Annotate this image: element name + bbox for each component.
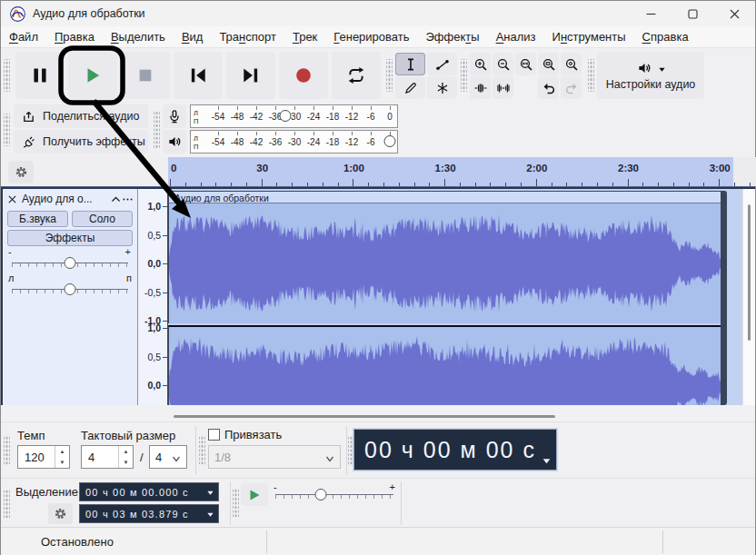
multi-tool-button[interactable] <box>427 76 457 99</box>
caret-down-icon[interactable] <box>206 488 214 496</box>
track-control-panel[interactable]: Аудио для о... Б.звука Соло Эффекты - + … <box>1 189 138 405</box>
pause-button[interactable] <box>15 52 65 99</box>
audio-clip[interactable]: Аудио для обработки <box>168 191 731 405</box>
selection-end-value[interactable]: 00 ч 03 м 03.879 с <box>85 509 189 520</box>
envelope-tool-button[interactable] <box>427 53 457 75</box>
zoom-project-button[interactable] <box>538 53 559 75</box>
menu-item-effect[interactable]: Эффекты <box>418 28 488 45</box>
grip-handle[interactable] <box>4 59 10 92</box>
minimize-button[interactable] <box>630 1 671 26</box>
tempo-input[interactable]: 120 ▲▼ <box>17 445 70 469</box>
playback-meter[interactable]: Л П -54-48-42-36-30-24-18-12-60 <box>190 130 398 154</box>
horizontal-scrollbar-thumb[interactable] <box>174 415 555 418</box>
caret-down-icon[interactable] <box>536 445 546 455</box>
snap-checkbox[interactable] <box>208 429 220 441</box>
zoom-in-button[interactable] <box>470 53 491 75</box>
grip-handle[interactable] <box>461 59 467 92</box>
menu-item-track[interactable]: Трек <box>284 28 325 45</box>
close-track-icon[interactable] <box>6 193 18 205</box>
clip-title[interactable]: Аудио для обработки <box>168 191 726 203</box>
clip-right-edge[interactable] <box>721 191 727 405</box>
selection-options-button[interactable] <box>48 503 73 524</box>
grip-handle[interactable] <box>154 112 160 148</box>
pan-slider-thumb[interactable] <box>65 283 76 295</box>
loop-button[interactable] <box>332 52 381 99</box>
waveform-channel-right[interactable] <box>168 325 721 405</box>
timeline-ruler[interactable]: 0301:001:302:002:303:00 <box>168 157 756 186</box>
selection-end-field[interactable]: 00 ч 03 м 03.879 с <box>79 504 219 523</box>
close-button[interactable] <box>713 1 755 26</box>
menu-item-edit[interactable]: Правка <box>46 28 103 45</box>
undo-button[interactable] <box>538 76 559 99</box>
horizontal-scrollbar[interactable] <box>1 405 755 421</box>
zoom-out-button[interactable] <box>492 53 513 75</box>
grip-handle[interactable] <box>233 488 239 519</box>
menu-item-tools[interactable]: Инструменты <box>544 28 634 45</box>
snap-checkbox-row[interactable]: Привязать <box>208 428 282 441</box>
silence-selection-button[interactable] <box>492 76 513 99</box>
timesig-upper-input[interactable]: 4 ▲▼ <box>81 445 134 469</box>
vertical-scrollbar[interactable] <box>742 189 755 405</box>
vertical-ruler[interactable]: 1,00,50,0-0,5-1,01,00,50,0 <box>138 189 168 405</box>
draw-tool-button[interactable] <box>395 76 425 99</box>
track-menu-icon[interactable] <box>122 193 134 205</box>
solo-button[interactable]: Соло <box>72 211 133 227</box>
get-effects-button[interactable]: Получить эффекты <box>14 130 148 154</box>
skip-to-end-button[interactable] <box>226 52 275 99</box>
mute-button[interactable]: Б.звука <box>7 211 68 227</box>
menu-item-select[interactable]: Выделить <box>103 28 174 45</box>
grip-handle[interactable] <box>588 59 594 92</box>
skip-to-start-button[interactable] <box>174 52 223 99</box>
selection-start-value[interactable]: 00 ч 00 м 00.000 с <box>85 487 189 498</box>
menu-item-analyze[interactable]: Анализ <box>488 28 544 45</box>
playback-meter-speaker-button[interactable] <box>163 130 186 154</box>
timesig-upper-value[interactable]: 4 <box>82 451 118 464</box>
waveform-channel-left[interactable] <box>168 203 721 323</box>
menu-item-view[interactable]: Вид <box>174 28 212 45</box>
grip-handle[interactable] <box>4 490 10 519</box>
trim-outside-selection-button[interactable] <box>470 76 491 99</box>
snap-dropdown[interactable]: 1/8 <box>208 445 341 469</box>
play-at-speed-button[interactable] <box>241 483 268 506</box>
zoom-toggle-button[interactable] <box>561 53 582 75</box>
timesig-lower-dropdown[interactable]: 4 <box>149 445 187 469</box>
effects-button[interactable]: Эффекты <box>7 230 133 246</box>
menu-item-help[interactable]: Справка <box>634 28 697 45</box>
gain-slider-thumb[interactable] <box>65 257 76 269</box>
stop-button[interactable] <box>121 52 170 99</box>
record-volume-slider-thumb[interactable] <box>279 110 291 122</box>
audio-setup-button[interactable]: Настройки аудио <box>597 52 704 99</box>
record-button[interactable] <box>279 52 328 99</box>
record-meter-mic-button[interactable] <box>163 104 186 128</box>
play-button[interactable] <box>68 52 117 99</box>
maximize-button[interactable] <box>671 1 713 26</box>
playback-volume-slider-thumb[interactable] <box>384 135 396 147</box>
timeline-options-button[interactable] <box>8 161 34 183</box>
grip-handle[interactable] <box>199 435 205 466</box>
menu-item-file[interactable]: Файл <box>1 28 46 45</box>
meter-scale-label: -42 <box>250 112 263 122</box>
clips-region[interactable]: Аудио для обработки <box>168 189 744 405</box>
record-meter[interactable]: Л П -54-48-42-36-30-24-18-12-60 <box>190 104 398 128</box>
menu-item-transport[interactable]: Транспорт <box>211 28 284 45</box>
caret-down-icon[interactable] <box>206 510 214 518</box>
tempo-spinner[interactable]: ▲▼ <box>55 446 69 468</box>
selection-tool-button[interactable] <box>395 53 425 75</box>
menu-item-generate[interactable]: Генерировать <box>325 28 417 45</box>
play-speed-slider[interactable]: - + <box>275 485 393 505</box>
track-name[interactable]: Аудио для о... <box>22 193 110 205</box>
audio-position-value[interactable]: 00 ч 00 м 00 с <box>364 437 536 463</box>
share-audio-button[interactable]: Поделиться аудио <box>14 104 148 128</box>
vertical-scrollbar-thumb[interactable] <box>748 204 751 341</box>
redo-button[interactable] <box>561 76 582 99</box>
zoom-selection-button[interactable] <box>515 53 536 75</box>
collapse-track-icon[interactable] <box>110 193 122 205</box>
grip-handle[interactable] <box>4 435 10 466</box>
grip-handle[interactable] <box>386 59 393 92</box>
speed-slider-thumb[interactable] <box>315 489 327 500</box>
tempo-value[interactable]: 120 <box>18 451 55 464</box>
timesig-spinner[interactable]: ▲▼ <box>118 446 133 468</box>
audio-position-display[interactable]: 00 ч 00 м 00 с <box>353 429 557 471</box>
selection-start-field[interactable]: 00 ч 00 м 00.000 с <box>79 482 219 501</box>
grip-handle[interactable] <box>4 114 10 146</box>
